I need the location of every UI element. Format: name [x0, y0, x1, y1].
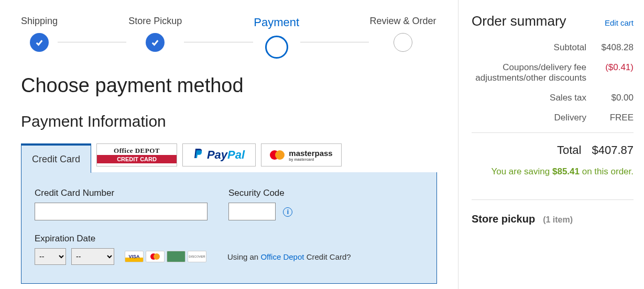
connector — [300, 42, 369, 42]
tab-masterpass[interactable]: masterpass by mastercard — [261, 143, 342, 166]
step-label: Review & Order — [369, 16, 436, 27]
office-depot-link[interactable]: Office Depot — [260, 252, 304, 261]
page-title: Choose payment method — [21, 74, 437, 97]
step-label: Payment — [254, 16, 299, 29]
connector — [184, 42, 253, 42]
step-shipping: Shipping — [21, 16, 58, 52]
summary-subtotal: Subtotal $408.28 — [472, 42, 634, 53]
tab-label: Credit Card — [32, 154, 80, 165]
summary-total: Total $407.87 — [472, 143, 634, 157]
security-code-label: Security Code — [228, 188, 292, 198]
step-payment: Payment — [253, 16, 300, 59]
summary-tax: Sales tax $0.00 — [472, 93, 634, 103]
using-od-prompt: Using an Office Depot Credit Card? — [227, 252, 351, 261]
credit-card-panel: Credit Card Number Security Code i Expir… — [21, 172, 437, 284]
masterpass-icon — [270, 150, 285, 160]
summary-title: Order summary — [472, 13, 566, 29]
step-circle-later — [394, 33, 412, 52]
paypal-icon — [193, 148, 204, 162]
summary-discounts: Coupons/delivery fee adjustments/other d… — [472, 62, 634, 83]
visa-icon: VISA — [125, 251, 144, 262]
exp-year-select[interactable]: -- — [71, 248, 114, 265]
info-icon[interactable]: i — [283, 207, 292, 217]
checkout-stepper: Shipping Store Pickup Payment Review & O… — [21, 16, 437, 59]
expiration-field: Expiration Date -- -- VISA DISCOVER — [35, 234, 423, 265]
store-pickup-section: Store pickup (1 item) — [472, 199, 634, 225]
exp-month-select[interactable]: -- — [35, 248, 66, 265]
office-depot-sublabel: CREDIT CARD — [97, 155, 177, 163]
payment-tabs: Credit Card Office DEPOT CREDIT CARD Pay… — [21, 143, 437, 173]
step-review: Review & Order — [369, 16, 437, 52]
card-brand-icons: VISA DISCOVER — [125, 251, 206, 262]
edit-cart-link[interactable]: Edit cart — [605, 18, 634, 27]
paypal-pay: Pay — [207, 148, 227, 162]
tab-paypal[interactable]: PayPal — [182, 143, 256, 166]
security-code-field: Security Code i — [228, 188, 292, 220]
mastercard-icon — [146, 251, 165, 262]
divider — [472, 132, 634, 133]
summary-delivery: Delivery FREE — [472, 113, 634, 123]
tab-credit-card[interactable]: Credit Card — [21, 143, 91, 173]
order-summary-sidebar: Order summary Edit cart Subtotal $408.28… — [458, 0, 644, 289]
step-circle-active — [265, 36, 288, 59]
step-store-pickup: Store Pickup — [126, 16, 184, 52]
masterpass-sublabel: by mastercard — [289, 158, 332, 161]
amex-icon — [167, 251, 185, 262]
discover-icon: DISCOVER — [188, 251, 206, 262]
check-icon — [146, 33, 165, 52]
tab-office-depot[interactable]: Office DEPOT CREDIT CARD — [96, 143, 177, 166]
step-label: Store Pickup — [128, 16, 182, 27]
saving-message: You are saving $85.41 on this order. — [472, 165, 634, 179]
step-label: Shipping — [21, 16, 58, 27]
check-icon — [30, 33, 49, 52]
masterpass-label: masterpass — [289, 149, 332, 158]
cc-number-field: Credit Card Number — [35, 188, 208, 220]
cc-number-label: Credit Card Number — [35, 188, 208, 198]
section-title: Payment Information — [21, 113, 437, 130]
main-content: Shipping Store Pickup Payment Review & O… — [0, 0, 458, 289]
pickup-count: (1 item) — [543, 215, 573, 225]
cc-number-input[interactable] — [35, 203, 208, 220]
expiration-label: Expiration Date — [35, 234, 423, 244]
paypal-pal: Pal — [227, 148, 245, 162]
security-code-input[interactable] — [228, 203, 276, 220]
office-depot-logo: Office DEPOT — [114, 147, 160, 155]
connector — [58, 42, 126, 42]
pickup-title: Store pickup — [472, 213, 535, 225]
